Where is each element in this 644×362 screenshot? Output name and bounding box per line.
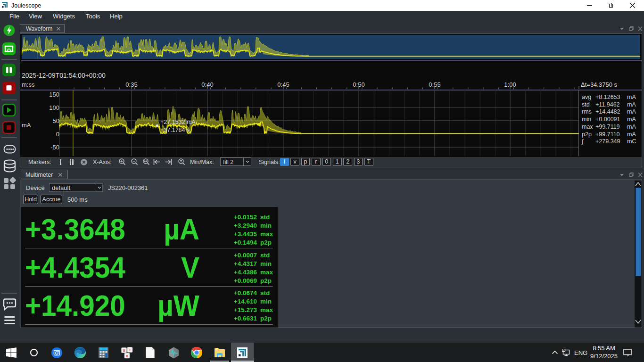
svg-text:i: i <box>129 347 131 352</box>
svg-text:n: n <box>126 354 129 358</box>
svg-text:u: u <box>123 348 125 353</box>
